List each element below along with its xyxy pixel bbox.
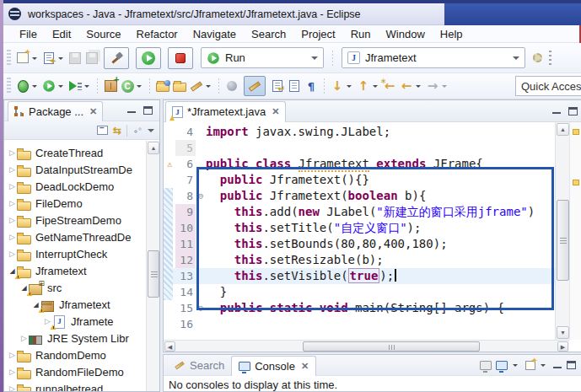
maximize-icon[interactable] <box>567 361 576 369</box>
tree-item[interactable]: ◢Jframetext <box>4 262 146 279</box>
scrollbar-thumb[interactable] <box>557 200 569 281</box>
pin-console-icon[interactable] <box>480 361 492 370</box>
new-java-element-dropdown[interactable] <box>58 57 63 62</box>
focus-icon[interactable] <box>132 126 143 135</box>
debug-icon[interactable] <box>18 80 29 93</box>
tree-item[interactable]: ▷JRE System Libr <box>4 330 146 346</box>
tree-item[interactable]: ◢src <box>4 279 146 296</box>
link-with-editor-icon[interactable]: ⇆ <box>113 125 121 137</box>
scroll-left-icon[interactable]: ◀ <box>164 341 175 352</box>
down-arrow-dropdown[interactable] <box>347 85 352 90</box>
tab-console[interactable]: Console ✕ <box>231 356 316 376</box>
scroll-up-icon[interactable]: ▲ <box>557 123 569 136</box>
menu-item[interactable]: Project <box>293 26 342 42</box>
close-icon[interactable]: ✕ <box>89 106 97 117</box>
warning-marker[interactable] <box>573 180 579 185</box>
new-wizard-dropdown[interactable] <box>32 57 37 62</box>
stop-button[interactable] <box>168 47 193 69</box>
menu-item[interactable]: File <box>12 26 45 42</box>
up-arrow-dropdown[interactable] <box>373 85 378 90</box>
last-edit-location-icon[interactable]: ↵ <box>272 80 282 92</box>
code-line[interactable]: 4import javax.swing.JLabel; <box>164 124 581 140</box>
new-class-icon[interactable]: C <box>121 80 134 93</box>
scroll-right-icon[interactable]: ▶ <box>557 341 568 352</box>
menu-item[interactable]: Source <box>78 26 128 42</box>
expand-arrow-icon[interactable]: ▷ <box>8 351 17 359</box>
view-menu-icon[interactable] <box>148 129 154 136</box>
next-annotation-icon[interactable] <box>289 80 299 92</box>
run-dropdown[interactable] <box>58 85 63 90</box>
down-arrow-icon[interactable]: ↓ <box>332 80 343 93</box>
skip-breakpoints-icon[interactable] <box>227 81 237 91</box>
tree-item[interactable]: ▷FileDemo <box>4 195 146 212</box>
display-console-dropdown[interactable] <box>513 364 518 369</box>
expand-arrow-icon[interactable]: ▷ <box>19 334 29 342</box>
debug-dropdown[interactable] <box>32 85 37 90</box>
code-area[interactable]: 4import javax.swing.JLabel;5⚠6public cla… <box>164 122 581 340</box>
tree-item[interactable]: ▷GetNameThreadDe <box>4 228 146 245</box>
code-line[interactable]: 5 <box>164 140 581 156</box>
forward-icon[interactable]: → <box>428 80 438 93</box>
editor-vscrollbar[interactable]: ▲ ▼ <box>555 122 569 340</box>
tree-item[interactable]: ▷RandomDemo <box>4 346 146 363</box>
run-icon[interactable] <box>43 80 55 92</box>
tab-jframetext-java[interactable]: J *Jframetext.java ✕ <box>165 101 286 122</box>
maximize-icon[interactable] <box>143 106 153 115</box>
scroll-down-icon[interactable]: ▼ <box>557 326 569 339</box>
tree-item[interactable]: ▷RandomFileDemo <box>4 363 146 380</box>
scrollbar-thumb[interactable] <box>148 250 159 298</box>
menu-item[interactable]: Refactor <box>129 26 186 42</box>
quick-access-input[interactable]: Quick Access <box>515 76 581 96</box>
menu-item[interactable]: Navigate <box>186 26 244 42</box>
expand-arrow-icon[interactable]: ▷ <box>8 148 17 157</box>
expand-arrow-icon[interactable]: ▷ <box>8 165 17 174</box>
minimize-icon[interactable] <box>127 106 137 114</box>
menu-item[interactable]: Window <box>379 26 433 42</box>
run-button[interactable] <box>136 47 161 69</box>
new-java-element-icon[interactable]: ✦ <box>44 52 54 64</box>
warning-marker[interactable] <box>573 129 579 135</box>
display-console-icon[interactable] <box>496 361 508 370</box>
external-tools-dropdown[interactable] <box>206 85 211 90</box>
tab-package-explorer[interactable]: Package ... ✕ <box>8 101 103 121</box>
code-line[interactable]: 16 <box>164 316 581 332</box>
open-console-icon[interactable] <box>525 361 535 370</box>
tree-item[interactable]: ▷DataInputStreamDe <box>4 161 146 178</box>
expand-arrow-icon[interactable]: ▷ <box>8 384 17 391</box>
collapse-all-icon[interactable] <box>97 126 108 135</box>
expand-arrow-icon[interactable]: ▷ <box>8 233 17 241</box>
tree-item[interactable]: ▷InterruptCheck <box>4 245 146 262</box>
close-icon[interactable]: ✕ <box>301 361 309 372</box>
up-arrow-icon[interactable]: ↑ <box>358 80 369 93</box>
expand-arrow-icon[interactable]: ▷ <box>8 216 17 224</box>
minimize-icon[interactable] <box>552 107 562 115</box>
minimize-icon[interactable] <box>553 362 562 369</box>
new-wizard-icon[interactable] <box>17 52 29 63</box>
run-configuration-combo[interactable]: Run <box>201 47 324 68</box>
open-console-dropdown[interactable] <box>541 364 546 369</box>
save-icon[interactable] <box>69 52 81 64</box>
menu-item[interactable]: Help <box>433 26 471 42</box>
coverage-dropdown[interactable] <box>84 85 89 90</box>
mark-occurrences-toggle[interactable] <box>244 76 266 96</box>
save-all-icon[interactable] <box>86 52 98 64</box>
editor-hscrollbar[interactable]: ◀ ▶ <box>164 340 569 352</box>
coverage-icon[interactable] <box>69 80 82 93</box>
launch-target-combo[interactable]: J Jframetext <box>342 47 525 68</box>
package-explorer-scrollbar[interactable]: ▲ <box>146 141 159 391</box>
tree-item[interactable]: ◢Jframetext <box>4 296 146 313</box>
new-class-dropdown[interactable] <box>137 85 142 90</box>
tree-item[interactable]: ▷Jframete <box>4 313 146 330</box>
expand-arrow-icon[interactable]: ▷ <box>8 250 17 258</box>
expand-arrow-icon[interactable]: ▷ <box>8 368 17 376</box>
overview-ruler[interactable] <box>569 122 581 340</box>
tab-search[interactable]: Search <box>167 355 231 375</box>
tree-item[interactable]: ▷FipeStreamDemo <box>4 212 146 228</box>
back-dropdown[interactable] <box>416 85 421 90</box>
forward-dropdown[interactable] <box>442 85 447 90</box>
build-button[interactable] <box>104 47 129 69</box>
open-resource-icon[interactable] <box>173 83 186 92</box>
open-type-icon[interactable] <box>156 83 169 92</box>
external-tools-icon[interactable] <box>191 81 202 91</box>
maximize-icon[interactable] <box>568 107 578 115</box>
